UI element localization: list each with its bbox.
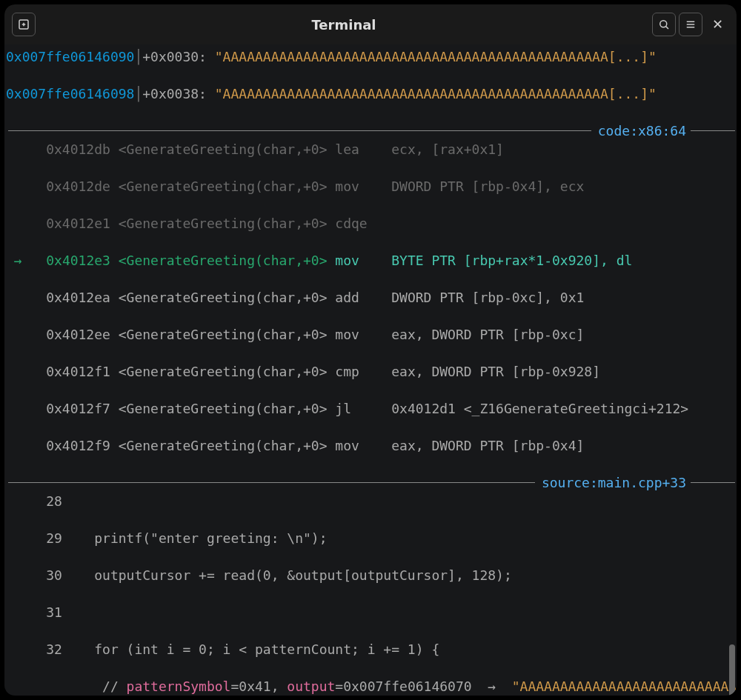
section-divider-source: source:main.cpp+33	[6, 473, 735, 492]
menu-button[interactable]	[679, 13, 702, 36]
titlebar: Terminal ✕	[4, 4, 737, 44]
disassembly: 0x4012db <GenerateGreeting(char,+0> lea …	[6, 140, 735, 473]
section-divider-code: code:x86:64	[6, 121, 735, 140]
source-listing: 28 29 printf("enter greeting: \n"); 30 o…	[6, 492, 735, 696]
plus-box-icon	[17, 18, 30, 31]
window-title: Terminal	[36, 16, 652, 34]
search-icon	[657, 18, 671, 31]
close-icon: ✕	[712, 16, 723, 34]
scrollbar-thumb[interactable]	[729, 644, 735, 696]
close-button[interactable]: ✕	[705, 13, 729, 36]
terminal-body[interactable]: 0x007ffe06146090│+0x0030: "AAAAAAAAAAAAA…	[4, 44, 737, 696]
stack-addr: 0x007ffe06146090	[6, 49, 134, 64]
stack-addr: 0x007ffe06146098	[6, 86, 134, 101]
terminal-output: 0x007ffe06146090│+0x0030: "AAAAAAAAAAAAA…	[6, 47, 735, 121]
search-button[interactable]	[652, 13, 676, 36]
new-tab-button[interactable]	[12, 13, 36, 36]
terminal-window: Terminal ✕ 0x007ffe06146090│+0x0030: "AA…	[4, 4, 737, 696]
svg-point-1	[660, 21, 667, 27]
hamburger-icon	[684, 18, 697, 31]
